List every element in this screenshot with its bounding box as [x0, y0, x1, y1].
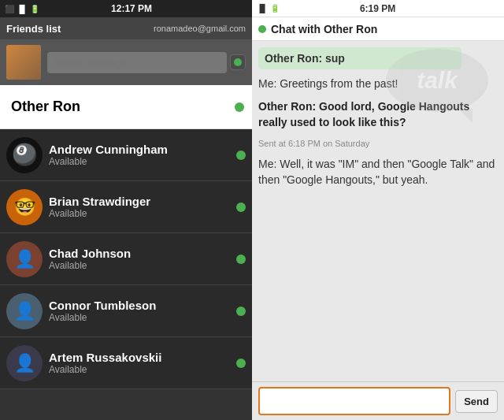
avatar-connor: 👤 — [6, 293, 43, 329]
contact-item-artem[interactable]: 👤 Artem Russakovskii Available — [0, 337, 252, 389]
talk-text: talk — [417, 67, 458, 94]
contact-status-brian: Available — [49, 208, 230, 219]
contact-dot-artem — [236, 359, 246, 368]
contact-list: 🎱 Andrew Cunningham Available 🤓 Brian St… — [0, 129, 252, 420]
friends-header: Friends list ronamadeo@gmail.com — [0, 17, 252, 39]
contact-item-chad[interactable]: 👤 Chad Johnson Available — [0, 233, 252, 285]
contact-status-andrew: Available — [49, 156, 230, 167]
contact-info-brian: Brian Strawdinger Available — [49, 195, 230, 219]
contact-status-chad: Available — [49, 260, 230, 271]
time-left: 12:17 PM — [111, 3, 152, 14]
chat-title: Chat with Other Ron — [271, 23, 377, 35]
battery-icon-right: 🔋 — [270, 4, 280, 13]
user-email: ronamadeo@gmail.com — [154, 24, 246, 33]
contact-dot-andrew — [236, 151, 246, 160]
avatar-brian: 🤓 — [6, 189, 43, 225]
contact-dot-connor — [236, 307, 246, 316]
chat-panel: ▐▌ 🔋 6:19 PM Chat with Other Ron talk Ot… — [252, 0, 504, 420]
chat-message-input[interactable] — [258, 387, 450, 415]
contact-info-artem: Artem Russakovskii Available — [49, 351, 230, 375]
status-bar-right: ▐▌ 🔋 6:19 PM — [252, 0, 504, 17]
contact-status-connor: Available — [49, 312, 230, 323]
signal-icon: ▐▌ — [17, 5, 28, 13]
signal-icon-right: ▐▌ — [257, 4, 268, 13]
my-profile-row — [0, 39, 252, 85]
friends-list-panel: ⬛ ▐▌ 🔋 12:17 PM Friends list ronamadeo@g… — [0, 0, 252, 420]
status-message-input[interactable] — [47, 52, 227, 73]
battery-icon: 🔋 — [30, 5, 39, 13]
chat-body: talk Other Ron: sup Me: Greetings from t… — [252, 41, 504, 381]
contact-item-andrew[interactable]: 🎱 Andrew Cunningham Available — [0, 129, 252, 181]
time-right: 6:19 PM — [360, 3, 395, 14]
friends-list-title: Friends list — [6, 23, 61, 35]
contact-status-artem: Available — [49, 364, 230, 375]
message-timestamp: Sent at 6:18 PM on Saturday — [258, 138, 498, 149]
selected-contact-other-ron[interactable]: Other Ron — [0, 85, 252, 129]
contact-dot-brian — [236, 203, 246, 212]
message-3: Me: Well, it was "IM" and then "Google T… — [258, 155, 498, 189]
online-indicator — [258, 25, 266, 33]
talk-logo: talk — [386, 49, 488, 112]
contact-info-connor: Connor Tumbleson Available — [49, 299, 230, 323]
my-avatar — [6, 45, 41, 80]
availability-button[interactable] — [230, 54, 246, 70]
contact-name-andrew: Andrew Cunningham — [49, 143, 230, 156]
contact-name-brian: Brian Strawdinger — [49, 195, 230, 208]
chat-input-row: Send — [252, 381, 504, 420]
avatar-artem: 👤 — [6, 345, 43, 381]
talk-bubble: talk — [386, 49, 488, 112]
status-icons-left: ⬛ ▐▌ 🔋 — [5, 5, 39, 13]
status-input-wrap — [47, 52, 246, 73]
contact-name-connor: Connor Tumbleson — [49, 299, 230, 312]
chat-header: Chat with Other Ron — [252, 17, 504, 41]
contact-item-brian[interactable]: 🤓 Brian Strawdinger Available — [0, 181, 252, 233]
contact-info-andrew: Andrew Cunningham Available — [49, 143, 230, 167]
contact-info-chad: Chad Johnson Available — [49, 247, 230, 271]
status-bar-left: ⬛ ▐▌ 🔋 12:17 PM — [0, 0, 252, 17]
send-button[interactable]: Send — [455, 390, 498, 413]
contact-dot-chad — [236, 255, 246, 264]
usb-icon: ⬛ — [5, 5, 14, 13]
selected-contact-name: Other Ron — [8, 98, 235, 115]
contact-name-chad: Chad Johnson — [49, 247, 230, 260]
selected-contact-dot — [235, 102, 244, 112]
avatar-chad: 👤 — [6, 241, 43, 277]
status-icons-right: ▐▌ 🔋 — [257, 4, 280, 13]
contact-name-artem: Artem Russakovskii — [49, 351, 230, 364]
avatar-andrew: 🎱 — [6, 137, 43, 173]
availability-dot — [234, 58, 242, 66]
contact-item-connor[interactable]: 👤 Connor Tumbleson Available — [0, 285, 252, 337]
